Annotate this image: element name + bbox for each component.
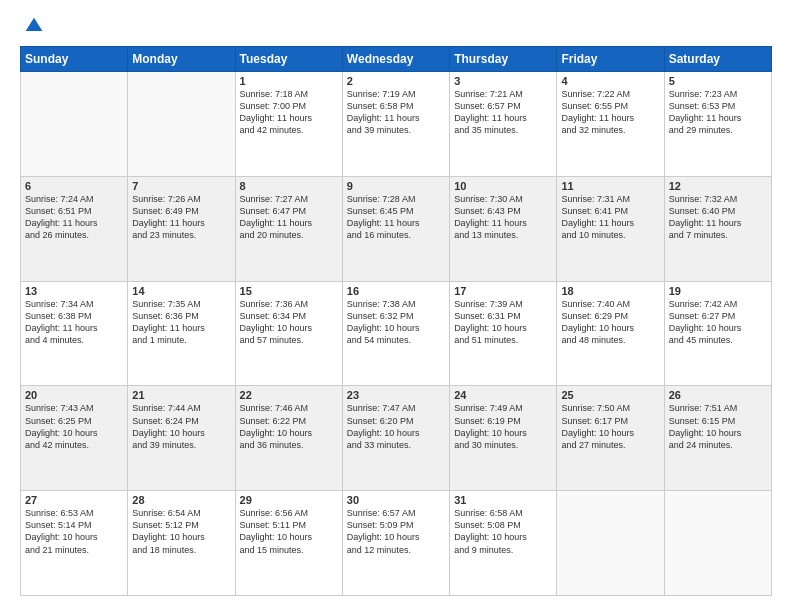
calendar-cell: 2Sunrise: 7:19 AM Sunset: 6:58 PM Daylig… bbox=[342, 72, 449, 177]
calendar-cell: 3Sunrise: 7:21 AM Sunset: 6:57 PM Daylig… bbox=[450, 72, 557, 177]
day-number: 4 bbox=[561, 75, 659, 87]
day-number: 16 bbox=[347, 285, 445, 297]
calendar-cell bbox=[557, 491, 664, 596]
logo-icon bbox=[24, 16, 44, 36]
day-number: 1 bbox=[240, 75, 338, 87]
day-number: 28 bbox=[132, 494, 230, 506]
calendar-cell: 5Sunrise: 7:23 AM Sunset: 6:53 PM Daylig… bbox=[664, 72, 771, 177]
day-number: 22 bbox=[240, 389, 338, 401]
cell-info: Sunrise: 7:42 AM Sunset: 6:27 PM Dayligh… bbox=[669, 298, 767, 347]
day-number: 27 bbox=[25, 494, 123, 506]
calendar-cell: 22Sunrise: 7:46 AM Sunset: 6:22 PM Dayli… bbox=[235, 386, 342, 491]
day-number: 11 bbox=[561, 180, 659, 192]
calendar-cell: 14Sunrise: 7:35 AM Sunset: 6:36 PM Dayli… bbox=[128, 281, 235, 386]
cell-info: Sunrise: 7:46 AM Sunset: 6:22 PM Dayligh… bbox=[240, 402, 338, 451]
day-header: Wednesday bbox=[342, 47, 449, 72]
cell-info: Sunrise: 7:22 AM Sunset: 6:55 PM Dayligh… bbox=[561, 88, 659, 137]
cell-info: Sunrise: 7:32 AM Sunset: 6:40 PM Dayligh… bbox=[669, 193, 767, 242]
cell-info: Sunrise: 7:18 AM Sunset: 7:00 PM Dayligh… bbox=[240, 88, 338, 137]
day-number: 6 bbox=[25, 180, 123, 192]
day-number: 25 bbox=[561, 389, 659, 401]
calendar-cell bbox=[21, 72, 128, 177]
day-number: 21 bbox=[132, 389, 230, 401]
cell-info: Sunrise: 6:54 AM Sunset: 5:12 PM Dayligh… bbox=[132, 507, 230, 556]
cell-info: Sunrise: 7:28 AM Sunset: 6:45 PM Dayligh… bbox=[347, 193, 445, 242]
calendar-cell: 15Sunrise: 7:36 AM Sunset: 6:34 PM Dayli… bbox=[235, 281, 342, 386]
day-header: Tuesday bbox=[235, 47, 342, 72]
calendar-cell: 29Sunrise: 6:56 AM Sunset: 5:11 PM Dayli… bbox=[235, 491, 342, 596]
calendar-cell: 9Sunrise: 7:28 AM Sunset: 6:45 PM Daylig… bbox=[342, 176, 449, 281]
calendar-cell: 26Sunrise: 7:51 AM Sunset: 6:15 PM Dayli… bbox=[664, 386, 771, 491]
cell-info: Sunrise: 7:31 AM Sunset: 6:41 PM Dayligh… bbox=[561, 193, 659, 242]
calendar-cell: 28Sunrise: 6:54 AM Sunset: 5:12 PM Dayli… bbox=[128, 491, 235, 596]
day-number: 7 bbox=[132, 180, 230, 192]
day-number: 12 bbox=[669, 180, 767, 192]
calendar-cell: 10Sunrise: 7:30 AM Sunset: 6:43 PM Dayli… bbox=[450, 176, 557, 281]
day-header: Sunday bbox=[21, 47, 128, 72]
calendar-cell: 16Sunrise: 7:38 AM Sunset: 6:32 PM Dayli… bbox=[342, 281, 449, 386]
calendar-cell: 19Sunrise: 7:42 AM Sunset: 6:27 PM Dayli… bbox=[664, 281, 771, 386]
calendar-cell: 18Sunrise: 7:40 AM Sunset: 6:29 PM Dayli… bbox=[557, 281, 664, 386]
day-number: 9 bbox=[347, 180, 445, 192]
calendar-cell: 4Sunrise: 7:22 AM Sunset: 6:55 PM Daylig… bbox=[557, 72, 664, 177]
day-number: 8 bbox=[240, 180, 338, 192]
cell-info: Sunrise: 7:44 AM Sunset: 6:24 PM Dayligh… bbox=[132, 402, 230, 451]
calendar-cell: 27Sunrise: 6:53 AM Sunset: 5:14 PM Dayli… bbox=[21, 491, 128, 596]
cell-info: Sunrise: 7:35 AM Sunset: 6:36 PM Dayligh… bbox=[132, 298, 230, 347]
calendar-cell: 21Sunrise: 7:44 AM Sunset: 6:24 PM Dayli… bbox=[128, 386, 235, 491]
cell-info: Sunrise: 7:27 AM Sunset: 6:47 PM Dayligh… bbox=[240, 193, 338, 242]
calendar-cell: 20Sunrise: 7:43 AM Sunset: 6:25 PM Dayli… bbox=[21, 386, 128, 491]
day-number: 3 bbox=[454, 75, 552, 87]
logo bbox=[20, 16, 44, 36]
calendar-cell: 7Sunrise: 7:26 AM Sunset: 6:49 PM Daylig… bbox=[128, 176, 235, 281]
cell-info: Sunrise: 7:39 AM Sunset: 6:31 PM Dayligh… bbox=[454, 298, 552, 347]
calendar-cell bbox=[664, 491, 771, 596]
cell-info: Sunrise: 7:49 AM Sunset: 6:19 PM Dayligh… bbox=[454, 402, 552, 451]
cell-info: Sunrise: 7:36 AM Sunset: 6:34 PM Dayligh… bbox=[240, 298, 338, 347]
cell-info: Sunrise: 6:58 AM Sunset: 5:08 PM Dayligh… bbox=[454, 507, 552, 556]
day-number: 13 bbox=[25, 285, 123, 297]
day-number: 20 bbox=[25, 389, 123, 401]
calendar-cell: 13Sunrise: 7:34 AM Sunset: 6:38 PM Dayli… bbox=[21, 281, 128, 386]
calendar-cell: 25Sunrise: 7:50 AM Sunset: 6:17 PM Dayli… bbox=[557, 386, 664, 491]
cell-info: Sunrise: 7:43 AM Sunset: 6:25 PM Dayligh… bbox=[25, 402, 123, 451]
calendar-cell: 23Sunrise: 7:47 AM Sunset: 6:20 PM Dayli… bbox=[342, 386, 449, 491]
svg-marker-0 bbox=[26, 18, 43, 31]
calendar-cell: 6Sunrise: 7:24 AM Sunset: 6:51 PM Daylig… bbox=[21, 176, 128, 281]
cell-info: Sunrise: 7:50 AM Sunset: 6:17 PM Dayligh… bbox=[561, 402, 659, 451]
calendar: SundayMondayTuesdayWednesdayThursdayFrid… bbox=[20, 46, 772, 596]
day-number: 23 bbox=[347, 389, 445, 401]
calendar-cell: 1Sunrise: 7:18 AM Sunset: 7:00 PM Daylig… bbox=[235, 72, 342, 177]
day-header: Saturday bbox=[664, 47, 771, 72]
cell-info: Sunrise: 7:24 AM Sunset: 6:51 PM Dayligh… bbox=[25, 193, 123, 242]
day-number: 26 bbox=[669, 389, 767, 401]
cell-info: Sunrise: 7:40 AM Sunset: 6:29 PM Dayligh… bbox=[561, 298, 659, 347]
cell-info: Sunrise: 7:26 AM Sunset: 6:49 PM Dayligh… bbox=[132, 193, 230, 242]
day-number: 10 bbox=[454, 180, 552, 192]
day-number: 14 bbox=[132, 285, 230, 297]
day-number: 18 bbox=[561, 285, 659, 297]
day-number: 19 bbox=[669, 285, 767, 297]
cell-info: Sunrise: 7:47 AM Sunset: 6:20 PM Dayligh… bbox=[347, 402, 445, 451]
cell-info: Sunrise: 7:38 AM Sunset: 6:32 PM Dayligh… bbox=[347, 298, 445, 347]
cell-info: Sunrise: 7:21 AM Sunset: 6:57 PM Dayligh… bbox=[454, 88, 552, 137]
cell-info: Sunrise: 6:57 AM Sunset: 5:09 PM Dayligh… bbox=[347, 507, 445, 556]
day-number: 17 bbox=[454, 285, 552, 297]
calendar-cell: 30Sunrise: 6:57 AM Sunset: 5:09 PM Dayli… bbox=[342, 491, 449, 596]
day-number: 30 bbox=[347, 494, 445, 506]
day-number: 29 bbox=[240, 494, 338, 506]
cell-info: Sunrise: 7:19 AM Sunset: 6:58 PM Dayligh… bbox=[347, 88, 445, 137]
calendar-cell: 17Sunrise: 7:39 AM Sunset: 6:31 PM Dayli… bbox=[450, 281, 557, 386]
day-number: 24 bbox=[454, 389, 552, 401]
calendar-cell: 31Sunrise: 6:58 AM Sunset: 5:08 PM Dayli… bbox=[450, 491, 557, 596]
cell-info: Sunrise: 7:34 AM Sunset: 6:38 PM Dayligh… bbox=[25, 298, 123, 347]
calendar-cell: 12Sunrise: 7:32 AM Sunset: 6:40 PM Dayli… bbox=[664, 176, 771, 281]
cell-info: Sunrise: 7:51 AM Sunset: 6:15 PM Dayligh… bbox=[669, 402, 767, 451]
header bbox=[20, 16, 772, 36]
cell-info: Sunrise: 6:56 AM Sunset: 5:11 PM Dayligh… bbox=[240, 507, 338, 556]
day-number: 15 bbox=[240, 285, 338, 297]
cell-info: Sunrise: 7:23 AM Sunset: 6:53 PM Dayligh… bbox=[669, 88, 767, 137]
cell-info: Sunrise: 7:30 AM Sunset: 6:43 PM Dayligh… bbox=[454, 193, 552, 242]
day-number: 31 bbox=[454, 494, 552, 506]
calendar-cell bbox=[128, 72, 235, 177]
